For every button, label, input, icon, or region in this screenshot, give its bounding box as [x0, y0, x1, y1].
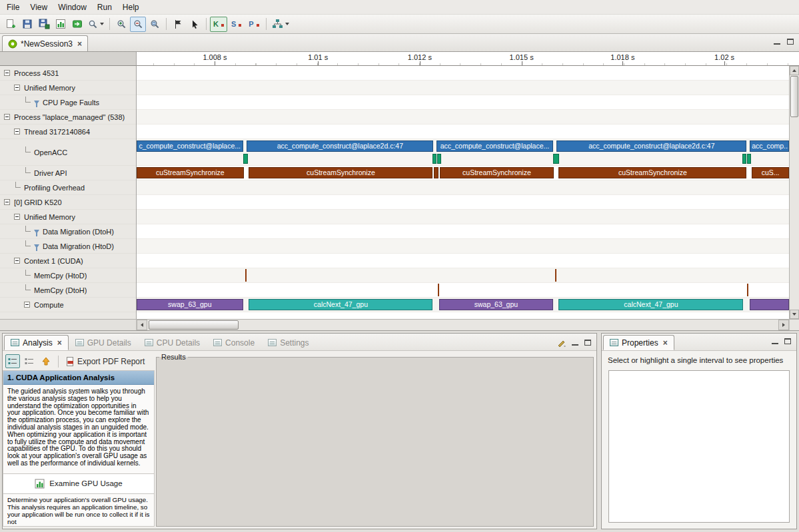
- timeline-lane-thread-3172140864[interactable]: [137, 125, 789, 139]
- tab-console[interactable]: Console: [207, 335, 261, 350]
- interval-bar[interactable]: acc_comp...: [750, 140, 789, 152]
- interval-bar[interactable]: cuS...: [752, 167, 789, 178]
- timeline-lane-openacc[interactable]: c_compute_construct@laplace...acc_comput…: [137, 139, 789, 166]
- interval-bar[interactable]: cuStreamSynchronize: [440, 167, 553, 178]
- minimize-icon[interactable]: [774, 39, 780, 45]
- tree-row-unified-memory-gpu[interactable]: Unified Memory: [0, 210, 136, 224]
- scroll-left-button[interactable]: [137, 320, 147, 330]
- collapse-minus-icon[interactable]: [4, 199, 10, 205]
- timeline-lane-cpu-page-faults[interactable]: [137, 95, 789, 110]
- interval-bar[interactable]: [434, 167, 438, 178]
- zoom-in-button[interactable]: [113, 17, 129, 32]
- interval-bar[interactable]: calcNext_47_gpu: [558, 299, 743, 310]
- vertical-scroll-thumb[interactable]: [790, 76, 798, 117]
- memcpy-tick[interactable]: [438, 284, 439, 296]
- menu-file[interactable]: File: [1, 1, 25, 14]
- scroll-down-button[interactable]: [790, 310, 799, 319]
- timeline-lane-data-migration-htod[interactable]: [137, 239, 789, 254]
- tree-row-cpu-page-faults[interactable]: CPU Page Faults: [0, 95, 136, 110]
- pointer-button[interactable]: [187, 17, 203, 32]
- scroll-up-button[interactable]: [790, 66, 799, 75]
- timeline-lane-unified-memory-gpu[interactable]: [137, 210, 789, 224]
- zoom-fit-button[interactable]: [147, 17, 163, 32]
- interval-bar[interactable]: [243, 154, 249, 164]
- tree-row-memcpy-htod[interactable]: MemCpy (HtoD): [0, 268, 136, 283]
- interval-bar[interactable]: [437, 154, 441, 164]
- tab-analysis[interactable]: Analysis×: [4, 335, 69, 350]
- tree-row-thread-3172140864[interactable]: Thread 3172140864: [0, 125, 136, 139]
- interval-bar[interactable]: cuStreamSynchronize: [249, 167, 432, 178]
- interval-bar[interactable]: acc_compute_construct@laplace2d.c:47: [556, 140, 746, 152]
- maximize-icon[interactable]: [787, 39, 794, 45]
- tree-row-unified-memory-cpu[interactable]: Unified Memory: [0, 81, 136, 95]
- collapse-minus-icon[interactable]: [4, 70, 10, 76]
- maximize-icon[interactable]: [784, 338, 791, 344]
- minimize-icon[interactable]: [572, 340, 578, 346]
- interval-bar[interactable]: [432, 154, 436, 164]
- perf-toggle-button[interactable]: P: [245, 17, 262, 32]
- timeline-lane-unified-memory-cpu[interactable]: [137, 81, 789, 95]
- tree-row-context-1-cuda[interactable]: Context 1 (CUDA): [0, 254, 136, 268]
- vertical-scrollbar[interactable]: [789, 66, 799, 319]
- unguided-analysis-button[interactable]: [22, 354, 37, 368]
- close-icon[interactable]: ×: [77, 39, 82, 49]
- filter-icon[interactable]: [34, 101, 39, 105]
- tree-row-openacc[interactable]: OpenACC: [0, 139, 136, 166]
- tab-gpu-details[interactable]: GPU Details: [69, 335, 138, 350]
- timeline-lane-profiling-overhead[interactable]: [137, 180, 789, 195]
- guided-analysis-button[interactable]: [5, 354, 20, 368]
- tree-row-process-4531[interactable]: Process 4531: [0, 66, 136, 81]
- interval-bar[interactable]: [750, 299, 789, 310]
- horizontal-scroll-thumb[interactable]: [149, 320, 239, 330]
- tree-row-compute[interactable]: Compute: [0, 298, 136, 312]
- timeline-lane-process-4531[interactable]: [137, 66, 789, 81]
- tree-row-memcpy-dtoh[interactable]: MemCpy (DtoH): [0, 283, 136, 298]
- sync-toggle-button[interactable]: S: [228, 17, 245, 32]
- collapse-minus-icon[interactable]: [14, 85, 20, 91]
- timeline-lane-memcpy-htod[interactable]: [137, 268, 789, 283]
- tree-row-driver-api[interactable]: Driver API: [0, 166, 136, 180]
- timeline-chart-button[interactable]: [53, 17, 69, 32]
- analysis-tree-button[interactable]: [270, 17, 291, 32]
- export-timeline-button[interactable]: [69, 17, 85, 32]
- collapse-minus-icon[interactable]: [24, 302, 30, 308]
- filter-icon[interactable]: [34, 244, 39, 248]
- timeline-lane-data-migration-dtoh[interactable]: [137, 224, 789, 239]
- maximize-icon[interactable]: [584, 340, 591, 346]
- menu-run[interactable]: Run: [92, 1, 117, 14]
- collapse-minus-icon[interactable]: [14, 129, 20, 134]
- back-up-button[interactable]: [39, 354, 53, 368]
- interval-bar[interactable]: acc_compute_construct@laplace...: [436, 140, 552, 152]
- interval-bar[interactable]: cuStreamSynchronize: [558, 167, 746, 178]
- memcpy-tick[interactable]: [555, 269, 556, 282]
- tab-cpu-details[interactable]: CPU Details: [138, 335, 207, 350]
- search-settings-button[interactable]: [86, 17, 106, 32]
- examine-gpu-usage-button[interactable]: Examine GPU Usage: [3, 473, 154, 494]
- tab-properties[interactable]: Properties ×: [603, 335, 674, 350]
- menu-window[interactable]: Window: [53, 1, 92, 14]
- interval-bar[interactable]: [742, 154, 746, 164]
- tree-row-profiling-overhead[interactable]: Profiling Overhead: [0, 180, 136, 195]
- interval-bar[interactable]: acc_compute_construct@laplace2d.c:47: [247, 140, 433, 152]
- horizontal-scrollbar[interactable]: [147, 320, 778, 330]
- timeline-lane-driver-api[interactable]: cuStreamSynchronizecuStreamSynchronizecu…: [137, 166, 789, 180]
- interval-bar[interactable]: swap_63_gpu: [439, 299, 552, 310]
- menu-help[interactable]: Help: [117, 1, 145, 14]
- session-tab[interactable]: *NewSession3 ×: [2, 35, 88, 51]
- interval-bar[interactable]: swap_63_gpu: [137, 299, 243, 310]
- scroll-right-button[interactable]: [778, 320, 789, 330]
- memcpy-tick[interactable]: [245, 269, 247, 282]
- interval-bar[interactable]: calcNext_47_gpu: [249, 299, 432, 310]
- minimize-icon[interactable]: [772, 339, 778, 344]
- memcpy-tick[interactable]: [747, 284, 748, 296]
- zoom-out-button[interactable]: [130, 17, 146, 32]
- tree-row-data-migration-dtoh[interactable]: Data Migration (DtoH): [0, 224, 136, 239]
- interval-bar[interactable]: [553, 154, 560, 164]
- view-menu-icon[interactable]: [557, 338, 566, 347]
- collapse-minus-icon[interactable]: [14, 258, 20, 264]
- timeline-lane-context-1-cuda[interactable]: [137, 254, 789, 268]
- export-pdf-button[interactable]: Export PDF Report: [63, 354, 147, 368]
- timeline-lane-grid-k520[interactable]: [137, 195, 789, 210]
- tree-row-grid-k520[interactable]: [0] GRID K520: [0, 195, 136, 210]
- save-all-button[interactable]: [36, 17, 52, 32]
